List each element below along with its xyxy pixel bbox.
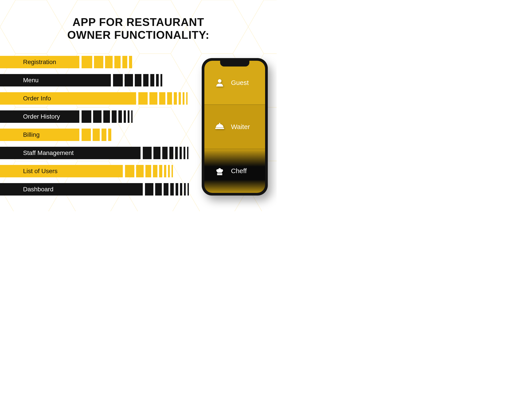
dash	[174, 92, 177, 105]
bar-row: List of Users	[0, 165, 191, 177]
dash	[93, 110, 102, 123]
dash	[183, 92, 184, 105]
dash	[138, 92, 148, 105]
dash	[168, 165, 170, 177]
dash	[180, 183, 182, 196]
dash	[135, 74, 141, 86]
phone-role-waiter[interactable]: Waiter	[204, 105, 265, 149]
svg-rect-7	[219, 174, 220, 175]
dash	[172, 165, 173, 177]
dash	[188, 183, 189, 196]
dash	[186, 92, 188, 105]
bar-label: List of Users	[0, 165, 123, 177]
role-label: Guest	[231, 79, 249, 86]
dash	[184, 147, 185, 159]
dash	[143, 147, 152, 159]
dash	[162, 147, 168, 159]
bar-row: Dashboard	[0, 183, 191, 196]
dash	[155, 183, 162, 196]
dash	[102, 129, 106, 141]
bar-dashes	[113, 74, 164, 86]
dash	[125, 165, 134, 177]
bar-label: Billing	[0, 129, 79, 141]
dash	[113, 74, 123, 86]
phone-mockup: GuestWaiterCheff	[202, 58, 268, 196]
svg-rect-6	[218, 174, 218, 175]
bar-dashes	[138, 92, 189, 105]
dash	[129, 56, 132, 68]
bar-row: Menu	[0, 74, 191, 86]
dash	[122, 56, 127, 68]
dash	[108, 129, 111, 141]
svg-rect-8	[221, 174, 221, 175]
page-title: APP FOR RESTAURANT OWNER FUNCTIONALITY:	[67, 16, 209, 41]
phone-screen: GuestWaiterCheff	[204, 61, 265, 193]
dash	[145, 165, 151, 177]
dash	[128, 110, 129, 123]
dash	[94, 56, 103, 68]
role-label: Cheff	[231, 167, 247, 175]
dash	[150, 74, 154, 86]
title-line-1: APP FOR RESTAURANT	[67, 16, 209, 29]
phone-role-guest[interactable]: Guest	[204, 61, 265, 105]
dash	[156, 74, 159, 86]
svg-point-3	[219, 123, 220, 124]
dash	[143, 74, 149, 86]
dash	[184, 183, 186, 196]
dash	[103, 110, 110, 123]
bar-row: Order Info	[0, 92, 191, 105]
bar-label: Staff Management	[0, 147, 141, 159]
chef-hat-icon	[215, 166, 225, 176]
dash	[153, 165, 157, 177]
dash	[180, 147, 182, 159]
cloche-icon	[215, 122, 225, 132]
dash	[167, 92, 172, 105]
bar-row: Staff Management	[0, 147, 191, 159]
bar-dashes	[82, 110, 134, 123]
bar-row: Registration	[0, 56, 191, 68]
dash	[124, 110, 126, 123]
bar-label: Dashboard	[0, 183, 143, 196]
svg-rect-5	[217, 173, 222, 173]
dash	[125, 74, 133, 86]
bar-label: Order History	[0, 110, 79, 123]
dash	[149, 92, 157, 105]
bar-dashes	[82, 56, 134, 68]
bar-dashes	[125, 165, 175, 177]
dash	[159, 165, 162, 177]
dash	[164, 183, 168, 196]
dash	[93, 129, 100, 141]
dash	[105, 56, 113, 68]
bar-label: Registration	[0, 56, 79, 68]
dash	[114, 56, 121, 68]
bar-dashes	[143, 147, 190, 159]
bar-row: Billing	[0, 129, 191, 141]
dash	[175, 147, 178, 159]
bar-dashes	[145, 183, 191, 196]
svg-point-2	[218, 79, 221, 83]
dash	[159, 92, 165, 105]
user-icon	[215, 78, 225, 88]
phone-notch	[220, 61, 249, 67]
dash	[153, 147, 160, 159]
functionality-bars: RegistrationMenuOrder InfoOrder HistoryB…	[0, 56, 191, 201]
bar-row: Order History	[0, 110, 191, 123]
dash	[136, 165, 144, 177]
dash	[179, 92, 181, 105]
dash	[164, 165, 166, 177]
dash	[169, 147, 173, 159]
dash	[82, 129, 91, 141]
dash	[170, 183, 174, 196]
dash	[187, 147, 188, 159]
phone-role-cheff[interactable]: Cheff	[204, 149, 265, 193]
dash	[82, 110, 91, 123]
dash	[131, 110, 133, 123]
svg-rect-4	[215, 128, 224, 129]
bar-label: Order Info	[0, 92, 136, 105]
bar-dashes	[82, 129, 113, 141]
dash	[112, 110, 117, 123]
bar-label: Menu	[0, 74, 111, 86]
dash	[160, 74, 162, 86]
dash	[176, 183, 178, 196]
dash	[145, 183, 153, 196]
